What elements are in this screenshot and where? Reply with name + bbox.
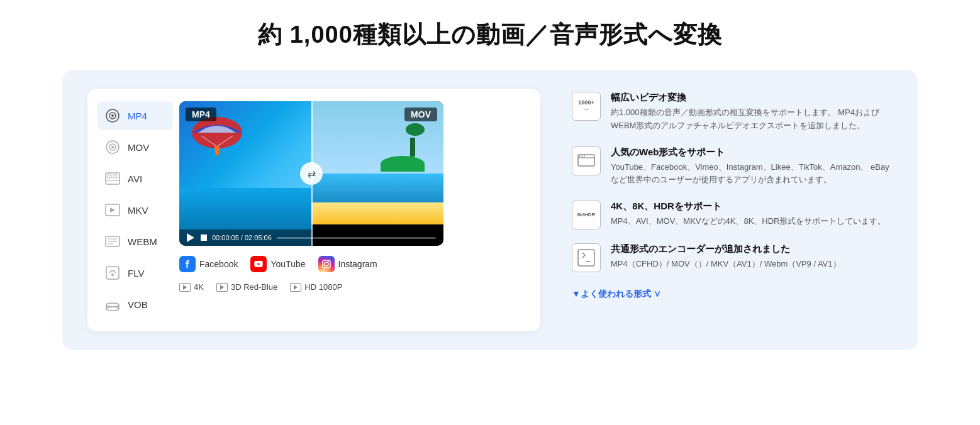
content-area: MP4 MOV xyxy=(62,70,918,350)
svg-rect-35 xyxy=(578,250,594,266)
3d-label: 3D Red-Blue xyxy=(231,282,277,292)
feature-video-conversion-text: 幅広いビデオ変換 約1,000種類の音声／動画形式の相互変換をサポートします。 … xyxy=(611,92,893,133)
svg-point-32 xyxy=(579,155,581,157)
format-label-webm: WEBM xyxy=(128,236,157,247)
format-4k[interactable]: 4K xyxy=(179,282,204,292)
feature-hdr-text: 4K、8K、HDRをサポート MP4、AVI、MOV、MKVなどの4K、8K、H… xyxy=(611,201,893,228)
format-3d-red-blue[interactable]: 3D Red-Blue xyxy=(216,282,277,292)
play-button[interactable] xyxy=(187,233,196,242)
format-item-mp4[interactable]: MP4 xyxy=(97,101,173,130)
feature-title-2: 人気のWeb形式をサポート xyxy=(611,146,893,158)
format-hd1080p[interactable]: HD 1080P xyxy=(290,282,342,292)
facebook-link[interactable]: Facebook xyxy=(179,256,238,272)
feature-video-conversion: 1000+ → 幅広いビデオ変換 約1,000種類の音声／動画形式の相互変換をサ… xyxy=(572,92,893,133)
timestamp: 00:00:05 / 02:05:06 xyxy=(212,234,272,241)
svg-rect-7 xyxy=(108,175,111,178)
feature-title-3: 4K、8K、HDRをサポート xyxy=(611,201,893,213)
feature-desc-4: MP4（CFHD）/ MOV（）/ MKV（AV1）/ Webm（VP9 / A… xyxy=(611,258,893,271)
mkv-icon xyxy=(104,201,121,219)
social-row: Facebook YouTube xyxy=(179,256,530,272)
3d-icon xyxy=(216,283,228,292)
video-right-label: MOV xyxy=(404,108,437,121)
format-item-flv[interactable]: FLV xyxy=(97,258,173,287)
format-label-mov: MOV xyxy=(128,142,149,153)
feature-web-text: 人気のWeb形式をサポート YouTube、Facebook、Vimeo、Ins… xyxy=(611,146,893,187)
feature-desc-2: YouTube、Facebook、Vimeo、Instagram、Likee、T… xyxy=(611,161,893,187)
video-left-frame xyxy=(179,101,311,246)
svg-point-19 xyxy=(106,303,119,307)
feature-title-4: 共通形式のエンコーダーが追加されました xyxy=(611,243,893,255)
flv-icon xyxy=(104,264,121,282)
video-right-frame xyxy=(311,101,443,246)
hd-icon xyxy=(290,283,301,292)
left-panel: MP4 MOV xyxy=(87,89,540,331)
4k-label: 4K xyxy=(194,282,204,292)
format-list: MP4 MOV xyxy=(97,101,179,319)
instagram-icon xyxy=(318,256,335,272)
4k-icon xyxy=(179,283,191,292)
video-preview: MP4 MOV ⇄ 00:00:05 / 02:05:06 xyxy=(179,101,443,246)
svg-point-28 xyxy=(325,262,328,266)
feature-icon-code xyxy=(572,243,601,272)
svg-point-29 xyxy=(328,262,329,263)
youtube-icon xyxy=(250,256,267,272)
mp4-icon xyxy=(104,107,121,124)
format-label-avi: AVI xyxy=(128,174,142,184)
extra-formats: 4K 3D Red-Blue HD 1080P xyxy=(179,282,530,292)
mov-icon xyxy=(104,138,121,156)
video-section: MP4 MOV ⇄ 00:00:05 / 02:05:06 xyxy=(179,101,530,319)
feature-icon-1000: 1000+ → xyxy=(572,92,601,121)
format-item-mkv[interactable]: MKV xyxy=(97,196,173,224)
format-label-vob: VOB xyxy=(128,299,148,310)
page-title: 約 1,000種類以上の動画／音声形式へ変換 xyxy=(258,19,722,51)
svg-rect-8 xyxy=(113,175,117,178)
svg-point-17 xyxy=(111,273,114,276)
popular-formats-link[interactable]: ▼よく使われる形式 ∨ xyxy=(572,289,893,300)
feature-web-formats: 人気のWeb形式をサポート YouTube、Facebook、Vimeo、Ins… xyxy=(572,146,893,187)
facebook-icon xyxy=(179,256,196,272)
svg-marker-11 xyxy=(110,207,115,213)
format-label-flv: FLV xyxy=(128,268,144,279)
swap-button[interactable]: ⇄ xyxy=(300,162,323,185)
avi-icon xyxy=(104,170,121,187)
svg-rect-27 xyxy=(323,260,330,268)
vob-icon xyxy=(104,295,121,313)
svg-rect-16 xyxy=(106,267,119,279)
feature-icon-web xyxy=(572,146,601,175)
instagram-link[interactable]: Instagram xyxy=(318,256,377,272)
format-label-mp4: MP4 xyxy=(128,111,147,121)
video-left-label: MP4 xyxy=(186,108,216,121)
webm-icon xyxy=(104,233,121,250)
facebook-label: Facebook xyxy=(199,259,238,269)
feature-encoder: 共通形式のエンコーダーが追加されました MP4（CFHD）/ MOV（）/ MK… xyxy=(572,243,893,272)
svg-point-33 xyxy=(582,155,583,157)
svg-rect-26 xyxy=(215,150,219,155)
feature-4k-8k-hdr: 8k\HDR 4K、8K、HDRをサポート MP4、AVI、MOV、MKVなどの… xyxy=(572,201,893,229)
stop-button[interactable] xyxy=(201,235,207,241)
format-item-avi[interactable]: AVI xyxy=(97,164,173,193)
svg-point-25 xyxy=(214,146,220,151)
feature-desc-1: 約1,000種類の音声／動画形式の相互変換をサポートします。 MP4および WE… xyxy=(611,106,893,133)
right-panel: 1000+ → 幅広いビデオ変換 約1,000種類の音声／動画形式の相互変換をサ… xyxy=(572,89,893,300)
page: 約 1,000種類以上の動画／音声形式へ変換 MP4 xyxy=(0,0,980,425)
feature-desc-3: MP4、AVI、MOV、MKVなどの4K、8K、HDR形式をサポートしています。 xyxy=(611,215,893,228)
feature-encoder-text: 共通形式のエンコーダーが追加されました MP4（CFHD）/ MOV（）/ MK… xyxy=(611,243,893,271)
feature-icon-hdr: 8k\HDR xyxy=(572,201,601,229)
format-item-mov[interactable]: MOV xyxy=(97,133,173,162)
progress-bar[interactable] xyxy=(277,237,436,239)
hd-label: HD 1080P xyxy=(304,282,342,292)
svg-point-5 xyxy=(111,146,114,148)
format-item-webm[interactable]: WEBM xyxy=(97,227,173,256)
feature-title-1: 幅広いビデオ変換 xyxy=(611,92,893,104)
format-item-vob[interactable]: VOB xyxy=(97,290,173,319)
svg-point-18 xyxy=(106,307,119,311)
instagram-label: Instagram xyxy=(338,259,377,269)
svg-point-34 xyxy=(584,155,585,157)
svg-point-2 xyxy=(111,114,114,117)
format-label-mkv: MKV xyxy=(128,205,148,216)
youtube-link[interactable]: YouTube xyxy=(250,256,305,272)
youtube-label: YouTube xyxy=(270,259,305,269)
